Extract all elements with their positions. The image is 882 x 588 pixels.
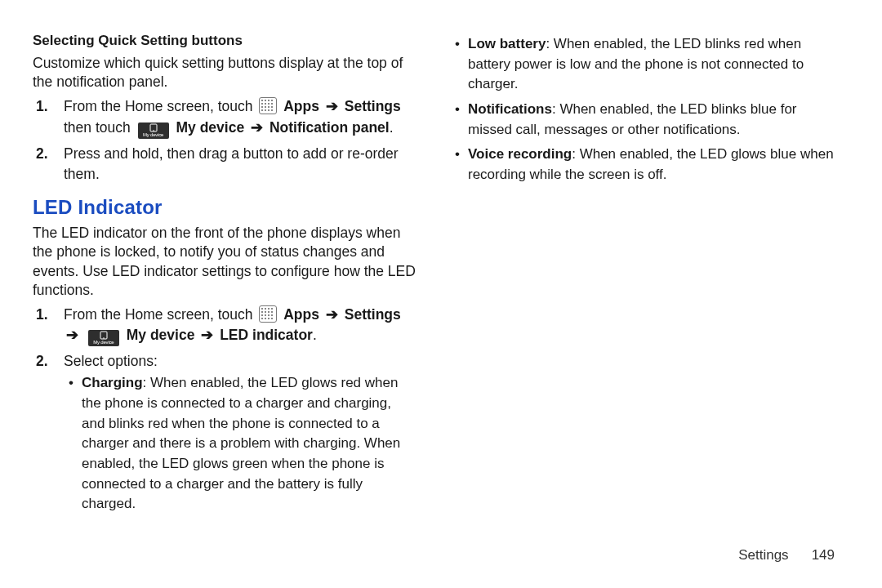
option-title: Low battery (468, 36, 546, 51)
quick-setting-steps: 1. From the Home screen, touch Ap (33, 96, 417, 185)
option-notifications: Notifications: When enabled, the LED bli… (466, 100, 836, 140)
svg-rect-9 (265, 106, 266, 108)
footer-page-number: 149 (812, 547, 835, 564)
led-options-list-right: Low battery: When enabled, the LED blink… (452, 34, 836, 185)
my-device-icon-label: My device (88, 340, 119, 345)
option-title: Voice recording (468, 146, 572, 162)
right-column: Low battery: When enabled, the LED blink… (452, 33, 836, 544)
svg-rect-10 (268, 106, 270, 108)
svg-rect-25 (271, 311, 273, 313)
arrow-icon: ➔ (248, 119, 265, 136)
my-device-icon-label: My device (138, 132, 169, 137)
step-text-part: From the Home screen, touch (64, 306, 256, 323)
svg-rect-19 (265, 308, 266, 310)
svg-rect-6 (268, 103, 270, 105)
svg-rect-15 (271, 109, 273, 111)
svg-point-35 (103, 337, 105, 339)
svg-rect-4 (261, 103, 263, 105)
step-text-part: From the Home screen, touch (64, 98, 256, 114)
led-indicator-label: LED indicator (220, 327, 313, 343)
step-2: 2. Press and hold, then drag a button to… (51, 144, 417, 185)
my-device-icon: My device (138, 122, 169, 139)
step-text: Press and hold, then drag a button to ad… (64, 145, 399, 182)
led-options-list-left: Charging: When enabled, the LED glows re… (64, 373, 417, 514)
led-step-2: 2. Select options: Charging: When enable… (51, 351, 417, 514)
step-1: 1. From the Home screen, touch Ap (51, 96, 417, 138)
notification-panel-label: Notification panel (270, 119, 390, 136)
option-title: Notifications (468, 101, 552, 117)
step-text-part: then touch (64, 119, 135, 136)
manual-page: Selecting Quick Setting buttons Customiz… (0, 0, 882, 588)
step-number: 1. (36, 305, 48, 325)
apps-grid-icon (259, 97, 277, 114)
step-number: 2. (36, 144, 48, 164)
arrow-icon: ➔ (198, 327, 216, 343)
svg-rect-32 (268, 318, 270, 319)
intro-paragraph: Customize which quick setting buttons di… (33, 54, 417, 91)
arrow-icon: ➔ (323, 306, 341, 323)
svg-rect-5 (265, 103, 266, 105)
svg-rect-33 (271, 318, 273, 319)
svg-rect-13 (265, 109, 266, 111)
svg-rect-11 (271, 106, 273, 108)
svg-rect-18 (261, 308, 263, 310)
svg-rect-2 (268, 100, 270, 101)
my-device-icon: My device (88, 330, 119, 346)
svg-rect-3 (271, 100, 273, 101)
apps-grid-icon (259, 305, 277, 323)
my-device-label: My device (127, 327, 195, 343)
svg-rect-0 (261, 100, 263, 101)
svg-rect-26 (261, 314, 263, 316)
settings-label: Settings (345, 306, 401, 323)
svg-rect-7 (271, 103, 273, 105)
footer-section: Settings (738, 547, 788, 564)
section-heading-led: LED Indicator (33, 196, 417, 219)
option-title: Charging (82, 375, 143, 390)
option-text: : When enabled, the LED glows red when t… (82, 375, 400, 511)
option-charging: Charging: When enabled, the LED glows re… (80, 373, 417, 514)
arrow-icon: ➔ (64, 327, 81, 343)
option-voice-recording: Voice recording: When enabled, the LED g… (466, 145, 836, 185)
left-column: Selecting Quick Setting buttons Customiz… (33, 33, 417, 544)
apps-label: Apps (283, 306, 319, 323)
svg-rect-20 (268, 308, 270, 310)
svg-rect-31 (265, 318, 266, 319)
led-intro-paragraph: The LED indicator on the front of the ph… (33, 224, 417, 299)
arrow-icon: ➔ (323, 98, 341, 114)
svg-rect-24 (268, 311, 270, 313)
subsection-heading: Selecting Quick Setting buttons (33, 33, 417, 49)
svg-rect-30 (261, 318, 263, 319)
svg-rect-21 (271, 308, 273, 310)
svg-rect-28 (268, 314, 270, 316)
svg-rect-27 (265, 314, 266, 316)
led-steps: 1. From the Home screen, touch Ap (33, 305, 417, 514)
option-low-battery: Low battery: When enabled, the LED blink… (466, 34, 836, 95)
apps-label: Apps (283, 98, 319, 114)
settings-label: Settings (345, 98, 401, 114)
my-device-label: My device (176, 119, 244, 136)
step-text: Select options: (64, 353, 158, 369)
svg-rect-12 (261, 109, 263, 111)
page-footer: Settings 149 (33, 544, 836, 564)
svg-rect-14 (268, 109, 270, 111)
svg-rect-23 (265, 311, 266, 313)
svg-rect-22 (261, 311, 263, 313)
svg-rect-29 (271, 314, 273, 316)
two-column-layout: Selecting Quick Setting buttons Customiz… (33, 33, 836, 544)
led-step-1: 1. From the Home screen, touch Ap (51, 305, 417, 346)
step-number: 1. (36, 96, 48, 117)
svg-point-17 (153, 130, 154, 131)
svg-rect-8 (261, 106, 263, 108)
svg-rect-1 (265, 100, 266, 101)
step-number: 2. (36, 351, 48, 372)
